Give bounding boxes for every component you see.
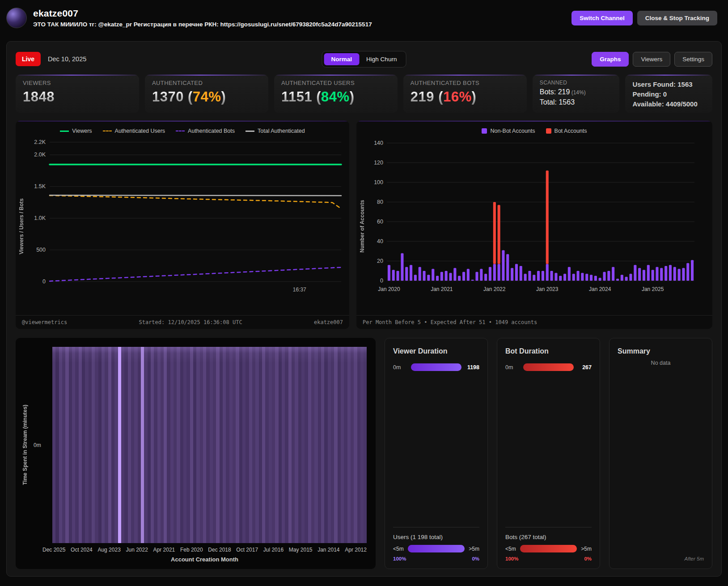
heatmap-column — [285, 347, 288, 543]
non-bot-bar — [656, 267, 658, 281]
heatmap-column — [72, 347, 75, 543]
non-bot-bar — [462, 272, 465, 281]
bot-duration-panel: Bot Duration 0m 267 Bots (267 total) <5m… — [497, 338, 600, 569]
close-stop-tracking-button[interactable]: Close & Stop Tracking — [637, 11, 717, 25]
tab-settings[interactable]: Settings — [674, 52, 712, 67]
panel-title: Viewer Duration — [393, 347, 479, 355]
non-bot-bar — [537, 271, 540, 281]
bar-chart-ytick: 20 — [377, 258, 383, 264]
non-bot-bar — [652, 270, 654, 281]
stat-value: 219 — [411, 89, 434, 105]
non-bot-bar — [616, 279, 619, 281]
mode-normal-option[interactable]: Normal — [324, 53, 360, 65]
legend-item[interactable]: Viewers — [60, 128, 92, 134]
heatmap-xtick: Dec 2025 — [42, 547, 65, 553]
time-spent-heatmap: Time Spent in Stream (minutes) 0m Dec 20… — [16, 338, 376, 569]
non-bot-bar — [392, 270, 395, 281]
heatmap-xticks: Dec 2025Oct 2024Aug 2023Jun 2022Apr 2021… — [42, 547, 367, 553]
non-bot-bar — [502, 250, 504, 281]
heatmap-column — [111, 347, 114, 543]
non-bot-bar — [480, 269, 483, 281]
stats-row: VIEWERS 1848 AUTHENTICATED 1370 (74%) AU… — [16, 75, 712, 113]
heatmap-column — [161, 347, 164, 543]
non-bot-bar — [423, 271, 426, 281]
non-bot-bar — [520, 266, 522, 281]
heatmap-column — [216, 347, 219, 543]
heatmap-column — [196, 347, 199, 543]
heatmap-column — [318, 347, 321, 543]
non-bot-bar — [554, 273, 557, 281]
legend-item[interactable]: Bot Accounts — [546, 128, 587, 134]
non-bot-bar — [489, 267, 491, 281]
tab-graphs[interactable]: Graphs — [592, 52, 629, 67]
heatmap-column — [141, 347, 144, 543]
chart-footer-started: Started: 12/10/2025 16:36:08 UTC — [139, 319, 242, 325]
stat-label: AUTHENTICATED USERS — [281, 80, 390, 86]
heatmap-column — [92, 347, 95, 543]
heatmap-canvas — [52, 347, 367, 543]
non-bot-bar — [506, 254, 509, 281]
paren: ( — [312, 89, 321, 105]
non-bot-bar — [673, 267, 676, 281]
duration-bar-value: 1198 — [466, 364, 479, 371]
legend-item[interactable]: Total Authenticated — [245, 128, 305, 134]
heatmap-column — [55, 347, 59, 543]
heatmap-column — [223, 347, 226, 543]
heatmap-column — [288, 347, 292, 543]
heatmap-column — [272, 347, 275, 543]
non-bot-bar — [612, 267, 614, 281]
non-bot-bar — [410, 265, 412, 281]
non-bot-bar — [691, 260, 694, 281]
mode-high-churn-option[interactable]: High Churn — [359, 53, 404, 65]
non-bot-bar — [401, 253, 403, 281]
line-chart-ytick: 1.0K — [34, 215, 46, 221]
panel-title: Summary — [618, 347, 704, 355]
bar-chart-xtick: Jan 2024 — [589, 286, 611, 292]
non-bot-bar — [405, 267, 408, 281]
stat-value: 1151 — [281, 89, 312, 105]
channel-avatar — [6, 8, 27, 28]
heatmap-column — [177, 347, 180, 543]
non-bot-bar — [678, 269, 681, 281]
heatmap-column — [331, 347, 334, 543]
heatmap-column — [338, 347, 341, 543]
non-bot-bar — [572, 274, 575, 281]
heatmap-column — [351, 347, 354, 543]
heatmap-column — [85, 347, 88, 543]
switch-channel-button[interactable]: Switch Channel — [571, 11, 633, 25]
tab-viewers[interactable]: Viewers — [633, 52, 670, 67]
legend-swatch — [482, 128, 487, 134]
line-series — [50, 195, 341, 209]
non-bot-bar — [471, 280, 474, 281]
paren: ) — [221, 89, 226, 105]
heatmap-column — [59, 347, 62, 543]
line-series — [50, 267, 341, 281]
non-bot-bar — [511, 268, 513, 281]
chart-footer-channel: ekatze007 — [314, 319, 343, 325]
heatmap-column — [334, 347, 337, 543]
scanned-total-line: Total: 1563 — [540, 98, 613, 106]
legend-item[interactable]: Authenticated Users — [103, 128, 165, 134]
range-right-label: >5m — [469, 546, 479, 552]
non-bot-bar — [621, 275, 623, 281]
legend-swatch — [176, 131, 185, 131]
heatmap-column — [279, 347, 282, 543]
non-bot-bar — [515, 264, 518, 281]
non-bot-bar — [594, 276, 597, 281]
legend-label: Total Authenticated — [258, 128, 305, 134]
heatmap-column — [236, 347, 239, 543]
heatmap-column — [62, 347, 65, 543]
legend-item[interactable]: Authenticated Bots — [176, 128, 235, 134]
stat-percent: 74% — [193, 89, 221, 105]
non-bot-bar — [524, 274, 527, 281]
heatmap-column — [193, 347, 196, 543]
legend-swatch — [103, 131, 112, 131]
heatmap-column — [226, 347, 229, 543]
legend-item[interactable]: Non-Bot Accounts — [482, 128, 535, 134]
heatmap-column — [206, 347, 209, 543]
heatmap-xtick: Oct 2024 — [71, 547, 93, 553]
non-bot-bar — [563, 274, 566, 281]
heatmap-column — [190, 347, 193, 543]
non-bot-bar — [599, 278, 601, 281]
heatmap-column — [311, 347, 314, 543]
